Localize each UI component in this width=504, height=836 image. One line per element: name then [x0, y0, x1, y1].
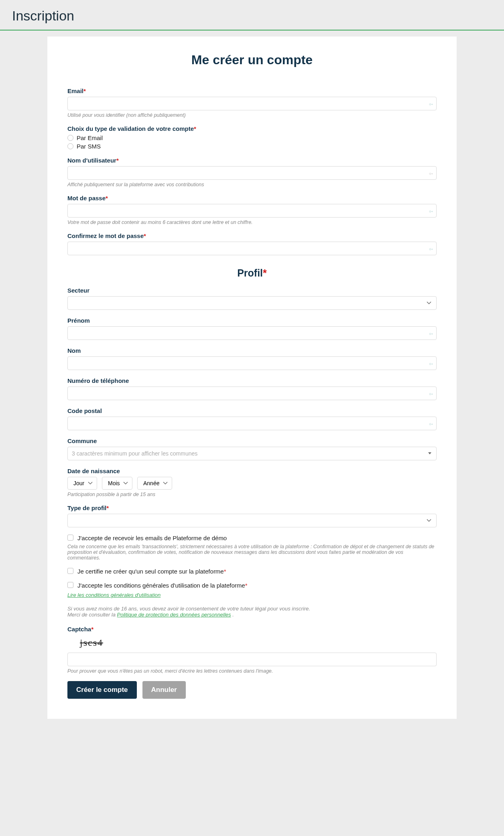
password-confirm-input[interactable] — [67, 242, 437, 255]
dob-month-select[interactable]: Mois — [102, 477, 132, 490]
svg-point-7 — [429, 423, 431, 425]
commune-select[interactable]: 3 caractères minimum pour afficher les c… — [67, 447, 437, 460]
dob-day-select[interactable]: Jour — [67, 477, 97, 490]
sector-label: Secteur — [67, 287, 437, 294]
zip-label: Code postal — [67, 407, 437, 414]
card-title: Me créer un compte — [67, 53, 437, 67]
captcha-input[interactable] — [67, 653, 437, 666]
cgu-checkbox[interactable]: J'accepte les conditions générales d'uti… — [67, 582, 437, 589]
registration-card: Me créer un compte Email* Utilisé pour v… — [47, 37, 457, 719]
firstname-label: Prénom — [67, 317, 437, 324]
checkbox-label: J'accepte de recevoir les emails de Plat… — [77, 535, 227, 541]
profile-type-label: Type de profil* — [67, 504, 437, 511]
emails-consent-help: Cela ne concerne que les emails 'transac… — [67, 544, 437, 561]
svg-point-1 — [429, 173, 431, 175]
privacy-policy-link[interactable]: Politique de protection des données pers… — [117, 612, 231, 618]
dob-help: Participation possible à partir de 15 an… — [67, 492, 437, 497]
key-icon — [429, 331, 433, 336]
cgu-link[interactable]: Lire les conditions générales d'utilisat… — [67, 592, 161, 598]
create-account-button[interactable]: Créer le compte — [67, 681, 137, 699]
key-icon — [429, 361, 433, 366]
captcha-image: jscs4 — [67, 635, 116, 650]
page-header: Inscription — [0, 0, 504, 31]
password-help: Votre mot de passe doit contenir au moin… — [67, 220, 437, 225]
username-help: Affiché publiquement sur la plateforme a… — [67, 182, 437, 187]
single-account-checkbox[interactable]: Je certifie ne créer qu'un seul compte s… — [67, 568, 437, 575]
commune-label: Commune — [67, 437, 437, 444]
validation-radio-sms[interactable]: Par SMS — [67, 143, 437, 150]
svg-point-3 — [429, 248, 431, 250]
radio-icon — [67, 135, 73, 141]
firstname-input[interactable] — [67, 326, 437, 340]
cancel-button[interactable]: Annuler — [142, 681, 186, 699]
password-confirm-label: Confirmez le mot de passe* — [67, 232, 437, 239]
validation-label: Choix du type de validation de votre com… — [67, 125, 437, 132]
lastname-input[interactable] — [67, 356, 437, 370]
checkbox-label: J'accepte les conditions générales d'uti… — [77, 582, 248, 589]
checkbox-icon — [67, 535, 73, 541]
checkbox-label: Je certifie ne créer qu'un seul compte s… — [77, 568, 226, 575]
captcha-label: Captcha* — [67, 626, 437, 633]
key-icon — [429, 421, 433, 426]
dob-year-select[interactable]: Année — [137, 477, 172, 490]
key-icon — [429, 101, 433, 106]
profile-heading: Profil* — [67, 267, 437, 279]
phone-label: Numéro de téléphone — [67, 377, 437, 384]
email-help: Utilisé pour vous identifier (non affich… — [67, 112, 437, 118]
password-input[interactable] — [67, 204, 437, 218]
checkbox-icon — [67, 568, 73, 574]
svg-point-5 — [429, 363, 431, 365]
username-label: Nom d'utilisateur* — [67, 157, 437, 164]
email-label: Email* — [67, 87, 437, 94]
key-icon — [429, 171, 433, 175]
svg-point-0 — [429, 104, 431, 105]
captcha-help: Pour prouver que vous n'êtes pas un robo… — [67, 668, 437, 674]
zip-input[interactable] — [67, 417, 437, 430]
emails-consent-checkbox[interactable]: J'accepte de recevoir les emails de Plat… — [67, 535, 437, 541]
page-title: Inscription — [12, 8, 492, 24]
radio-label: Par Email — [77, 134, 103, 141]
radio-label: Par SMS — [77, 143, 101, 150]
password-label: Mot de passe* — [67, 195, 437, 201]
key-icon — [429, 391, 433, 396]
validation-radio-email[interactable]: Par Email — [67, 134, 437, 141]
key-icon — [429, 208, 433, 213]
profile-type-select[interactable] — [67, 514, 437, 527]
minor-consent-note: Si vous avez moins de 16 ans, vous devez… — [67, 606, 437, 618]
radio-icon — [67, 143, 73, 149]
lastname-label: Nom — [67, 347, 437, 354]
username-input[interactable] — [67, 166, 437, 180]
svg-point-6 — [429, 393, 431, 395]
checkbox-icon — [67, 582, 73, 588]
svg-point-4 — [429, 333, 431, 335]
key-icon — [429, 246, 433, 251]
svg-point-2 — [429, 211, 431, 212]
dob-label: Date de naissance — [67, 468, 437, 474]
phone-input[interactable] — [67, 386, 437, 400]
sector-select[interactable] — [67, 296, 437, 310]
email-input[interactable] — [67, 97, 437, 110]
